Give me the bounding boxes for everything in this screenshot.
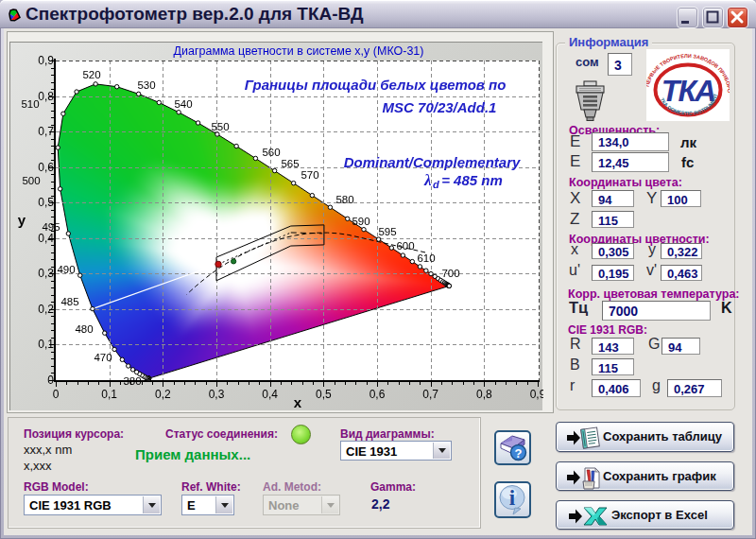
svg-text:i: i bbox=[509, 486, 516, 510]
svg-text:ТКА: ТКА bbox=[662, 74, 714, 108]
svg-text:?: ? bbox=[515, 446, 523, 461]
